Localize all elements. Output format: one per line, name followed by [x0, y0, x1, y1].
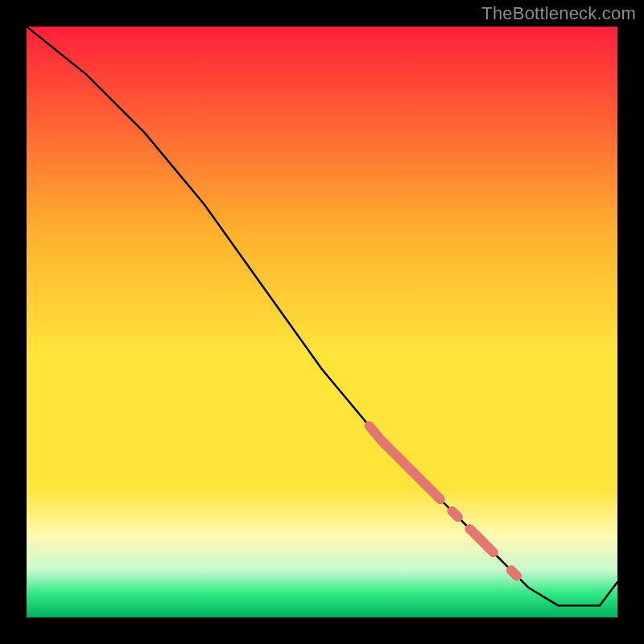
plot-svg: [27, 27, 617, 617]
attribution-label: TheBottleneck.com: [481, 3, 636, 24]
chart-container: TheBottleneck.com: [0, 0, 644, 644]
gradient-background: [27, 27, 617, 617]
plot-area: [27, 27, 617, 617]
highlight-segment: [511, 570, 517, 576]
highlight-segment: [452, 511, 457, 517]
